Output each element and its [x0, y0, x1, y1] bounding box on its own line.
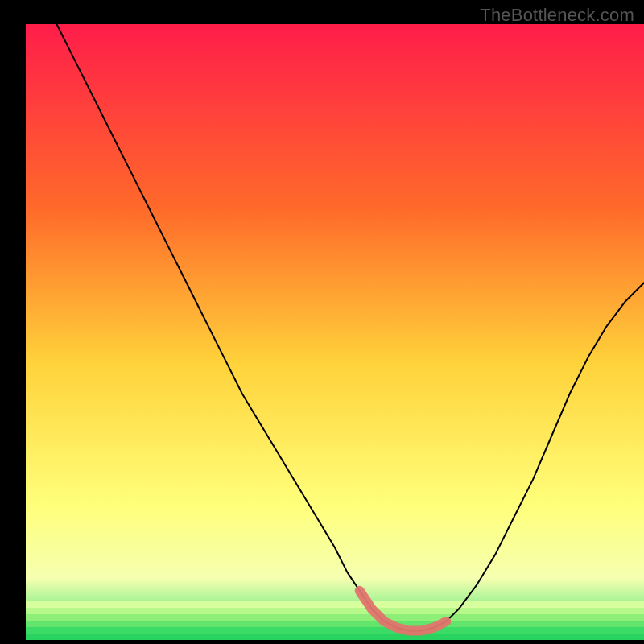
watermark-text: TheBottleneck.com [480, 5, 634, 26]
svg-rect-4 [26, 627, 644, 634]
svg-rect-0 [26, 601, 644, 608]
svg-rect-1 [26, 608, 644, 614]
chart-frame: TheBottleneck.com [0, 0, 644, 644]
svg-rect-2 [26, 614, 644, 621]
bottleneck-chart [0, 0, 644, 644]
svg-rect-3 [26, 621, 644, 627]
bottom-stripes [26, 601, 644, 640]
frame-bottom [0, 640, 644, 644]
svg-rect-5 [26, 634, 644, 640]
frame-left [0, 0, 26, 644]
